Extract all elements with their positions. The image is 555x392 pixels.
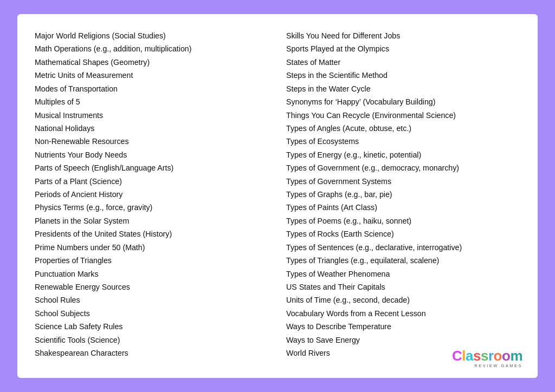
- left-list-item: Musical Instruments: [35, 109, 269, 122]
- right-list-item: Ways to Describe Temperature: [286, 320, 520, 333]
- logo-letter-s2: s: [481, 348, 488, 364]
- left-list-item: Physics Terms (e.g., force, gravity): [35, 201, 269, 214]
- right-list-item: Things You Can Recycle (Environmental Sc…: [286, 109, 520, 122]
- left-list-item: Modes of Transportation: [35, 82, 269, 95]
- left-list-item: Prime Numbers under 50 (Math): [35, 241, 269, 254]
- left-list-item: Multiples of 5: [35, 95, 269, 108]
- logo-letter-s1: s: [473, 348, 481, 364]
- left-list-item: Non-Renewable Resources: [35, 135, 269, 148]
- right-list-item: Synonyms for ‘Happy’ (Vocabulary Buildin…: [286, 95, 520, 108]
- left-list-item: Mathematical Shapes (Geometry): [35, 56, 269, 69]
- left-list-item: Metric Units of Measurement: [35, 69, 269, 82]
- right-list-item: Sports Played at the Olympics: [286, 42, 520, 55]
- logo-text: Classroom: [452, 349, 522, 363]
- left-list-item: Parts of Speech (English/Language Arts): [35, 161, 269, 174]
- right-list-item: Vocabulary Words from a Recent Lesson: [286, 307, 520, 320]
- right-list-item: States of Matter: [286, 56, 520, 69]
- right-list-item: Types of Weather Phenomena: [286, 267, 520, 280]
- right-list-item: Types of Angles (Acute, obtuse, etc.): [286, 122, 520, 135]
- right-list-item: Ways to Save Energy: [286, 334, 520, 347]
- right-list-item: Types of Paints (Art Class): [286, 201, 520, 214]
- left-list-item: Renewable Energy Sources: [35, 280, 269, 293]
- content-columns: Major World Religions (Social Studies)Ma…: [35, 29, 520, 365]
- right-list-item: Types of Government Systems: [286, 175, 520, 188]
- right-list-item: Types of Poems (e.g., haiku, sonnet): [286, 214, 520, 227]
- right-list-item: Types of Energy (e.g., kinetic, potentia…: [286, 148, 520, 161]
- left-list-item: Properties of Triangles: [35, 254, 269, 267]
- right-list-item: Units of Time (e.g., second, decade): [286, 293, 520, 306]
- left-column: Major World Religions (Social Studies)Ma…: [35, 29, 278, 365]
- logo-letter-a: a: [466, 348, 473, 364]
- right-list-item: Types of Rocks (Earth Science): [286, 227, 520, 240]
- right-list-item: Steps in the Water Cycle: [286, 82, 520, 95]
- main-card: Major World Religions (Social Studies)Ma…: [17, 14, 538, 378]
- logo-area: Classroom REVIEW GAMES: [452, 349, 522, 368]
- logo-letter-o1: o: [494, 348, 502, 364]
- left-list-item: Parts of a Plant (Science): [35, 175, 269, 188]
- right-list-item: Types of Sentences (e.g., declarative, i…: [286, 241, 520, 254]
- left-list-item: Planets in the Solar System: [35, 214, 269, 227]
- right-list-item: Types of Triangles (e.g., equilateral, s…: [286, 254, 520, 267]
- right-list-item: Types of Graphs (e.g., bar, pie): [286, 188, 520, 201]
- left-list-item: School Subjects: [35, 307, 269, 320]
- right-list-item: US States and Their Capitals: [286, 280, 520, 293]
- right-list-item: Types of Government (e.g., democracy, mo…: [286, 161, 520, 174]
- right-list-item: Skills You Need for Different Jobs: [286, 29, 520, 42]
- left-list-item: Scientific Tools (Science): [35, 334, 269, 347]
- left-list-item: National Holidays: [35, 122, 269, 135]
- left-list-item: Periods of Ancient History: [35, 188, 269, 201]
- left-list-item: Math Operations (e.g., addition, multipl…: [35, 42, 269, 55]
- left-list-item: Presidents of the United States (History…: [35, 227, 269, 240]
- right-list-item: Types of Ecosystems: [286, 135, 520, 148]
- left-list-item: Major World Religions (Social Studies): [35, 29, 269, 42]
- left-list-item: School Rules: [35, 293, 269, 306]
- logo-letter-c: C: [452, 348, 462, 364]
- right-column: Skills You Need for Different JobsSports…: [278, 29, 520, 365]
- left-list-item: Science Lab Safety Rules: [35, 320, 269, 333]
- logo-letter-m: m: [510, 348, 522, 364]
- left-list-item: Punctuation Marks: [35, 267, 269, 280]
- left-list-item: Nutrients Your Body Needs: [35, 148, 269, 161]
- left-list-item: Shakespearean Characters: [35, 347, 269, 360]
- right-list-item: Steps in the Scientific Method: [286, 69, 520, 82]
- logo-letter-o2: o: [502, 348, 510, 364]
- logo-subtext: REVIEW GAMES: [474, 363, 522, 368]
- logo-letter-r: r: [488, 348, 494, 364]
